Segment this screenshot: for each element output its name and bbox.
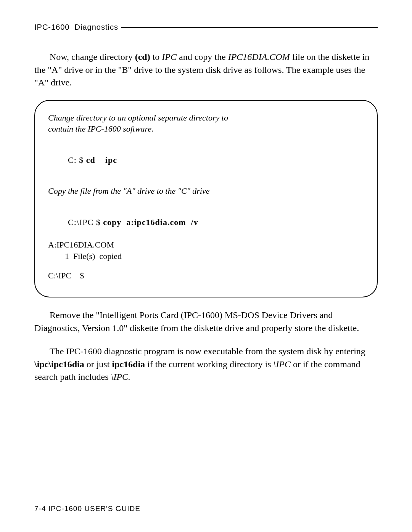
p3-d: ipc16dia [112,359,145,369]
p1-to: to [150,52,162,62]
note1-line1: Change directory to an optional separate… [48,112,364,124]
terminal-note-2: Copy the file from the "A" drive to the … [48,185,364,197]
p1-lead: Now, change directory [50,52,135,62]
p1-cd: (cd) [135,52,150,62]
p1-file: IPC16DIA.COM [228,52,290,62]
p3-h: \IPC. [111,372,130,382]
terminal-cmd-1: C: $ cd ipc [48,143,364,177]
paragraph-3: The IPC-1600 diagnostic program is now e… [34,345,378,384]
header-rule [121,27,378,28]
header-title: IPC-1600 Diagnostics [34,23,118,32]
p3-f: \IPC [274,359,291,369]
p3-a: The IPC-1600 diagnostic program is now e… [50,346,365,356]
p1-mid: and copy the [177,52,228,62]
p3-e: if the current working directory is [145,359,274,369]
prompt2-cmd: copy a:ipc16dia.com /v [103,217,198,227]
page-header: IPC-1600 Diagnostics [34,23,378,32]
p1-ipc: IPC [162,52,177,62]
out1: A:IPC16DIA.COM [48,239,364,251]
prompt3: C:\IPC $ [48,270,364,281]
note2: Copy the file from the "A" drive to the … [48,185,364,197]
note1-line2: contain the IPC-1600 software. [48,123,364,135]
paragraph-2: Remove the "Intelligent Ports Card (IPC-… [34,309,378,334]
terminal-box: Change directory to an optional separate… [34,100,378,297]
page-footer: 7-4 IPC-1600 USER'S GUIDE [34,505,140,513]
prompt1-pre: C: $ [68,155,86,165]
terminal-cmd-2: C:\IPC $ copy a:ipc16dia.com /v A:IPC16D… [48,205,364,262]
out2: 1 File(s) copied [48,251,364,262]
p3-c: or just [84,359,112,369]
prompt2-pre: C:\IPC $ [68,217,103,227]
terminal-note-1: Change directory to an optional separate… [48,112,364,135]
prompt1-cmd: cd ipc [86,155,117,165]
paragraph-1: Now, change directory (cd) to IPC and co… [34,51,378,89]
p3-b: \ipc\ipc16dia [34,359,84,369]
